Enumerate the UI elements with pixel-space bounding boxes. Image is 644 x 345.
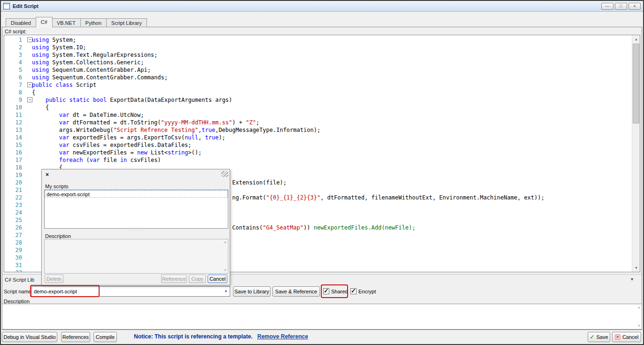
script-list-item[interactable]: demo-export-script [45, 190, 228, 198]
scroll-up-icon: ▲ [224, 240, 227, 244]
scripts-listbox[interactable]: demo-export-script [44, 190, 228, 229]
script-name-label: Script name: [4, 289, 33, 294]
editor-label: C# script: [5, 29, 26, 34]
scroll-up-icon[interactable]: ▲ [637, 306, 641, 309]
tab-script-library[interactable]: Script Library [107, 18, 147, 27]
code-line-17: 17 foreach (var file in csvFiles) [4, 156, 631, 164]
maximize-icon[interactable]: □ [615, 3, 627, 10]
code-line-14: 14 var exportedFiles = args.ExportToCsv(… [4, 134, 631, 141]
shared-checkbox[interactable] [323, 288, 329, 294]
line-number: 32 [4, 269, 22, 272]
debug-in-visual-studio-button[interactable]: Debug in Visual Studio [2, 332, 57, 342]
line-number: 26 [4, 224, 22, 231]
line-number: 4 [4, 59, 22, 66]
line-number: 27 [4, 231, 22, 239]
code-line-10: 10 { [4, 104, 631, 111]
popup-resize-grip-icon[interactable] [221, 171, 228, 177]
tab-python[interactable]: Python [81, 18, 107, 27]
line-number: 13 [4, 126, 22, 134]
script-name-combobox[interactable]: ▼ [31, 286, 230, 297]
code-text: foreach (var file in csvFiles) [32, 156, 161, 164]
code-text: using Sequentum.ContentGrabber.Commands; [32, 74, 168, 81]
tab-vb-net[interactable]: VB.NET [52, 18, 81, 27]
popup-close-icon[interactable]: × [46, 171, 49, 178]
line-number: 16 [4, 149, 22, 156]
compile-button[interactable]: Compile [93, 332, 117, 342]
code-text: var csvFiles = exportedFiles.DataFiles; [32, 141, 192, 149]
code-text: var exportedFiles = args.ExportToCsv(nul… [32, 134, 225, 141]
window-controls: — □ × [601, 3, 641, 10]
line-number: 29 [4, 246, 22, 254]
editor-scrollbar[interactable]: ▲ ▼ [632, 35, 640, 272]
save-to-library-button[interactable]: Save to Library [233, 286, 271, 297]
line-number: 18 [4, 164, 22, 171]
line-number: 1 [4, 36, 22, 44]
tab-c[interactable]: C# [36, 17, 53, 27]
description-field-wrap: ▲ ▼ [2, 304, 642, 330]
shared-checkbox-label: Shared [331, 289, 348, 294]
line-number: 23 [4, 201, 22, 209]
line-number: 30 [4, 254, 22, 261]
edit-script-icon [3, 3, 10, 9]
code-line-16: 16 var newExportedFiles = new List<strin… [4, 149, 631, 156]
combo-dropdown-icon[interactable]: ▼ [222, 287, 230, 296]
reference-button[interactable]: Reference [161, 275, 187, 283]
scroll-down-icon[interactable]: ▼ [637, 324, 641, 328]
chevron-down-icon[interactable]: ▾ [631, 276, 633, 282]
line-number: 22 [4, 194, 22, 201]
code-text: using Sequentum.ContentGrabber.Api; [32, 66, 151, 74]
line-number: 21 [4, 186, 22, 194]
references-button[interactable]: References [61, 332, 90, 342]
delete-button[interactable]: Delete [45, 275, 63, 283]
title-bar[interactable]: Edit Script — □ × [1, 1, 643, 12]
copy-button[interactable]: Copy [189, 275, 206, 283]
line-number: 11 [4, 111, 22, 119]
cancel-x-icon: × [615, 334, 621, 340]
code-line-4: 4using System.Collections.Generic; [4, 59, 631, 66]
cancel-button[interactable]: × Cancel [612, 332, 641, 342]
minimize-icon[interactable]: — [601, 3, 613, 10]
line-number: 9 [4, 96, 22, 104]
line-number: 19 [4, 171, 22, 179]
tab-disabled[interactable]: Disabled [6, 18, 36, 27]
code-line-15: 15 var csvFiles = exportedFiles.DataFile… [4, 141, 631, 149]
script-name-input[interactable] [32, 287, 222, 296]
code-text: public static bool ExportData(DataExport… [32, 96, 232, 104]
notice-text: Notice: This script is referencing a tem… [134, 333, 253, 340]
splitter-handle-icon[interactable] [42, 229, 230, 232]
line-number: 10 [4, 104, 22, 111]
code-line-5: 5using Sequentum.ContentGrabber.Api; [4, 66, 631, 74]
cancel-button-label: Cancel [622, 334, 638, 340]
save-check-icon: ✓ [590, 334, 594, 340]
line-number: 15 [4, 141, 22, 149]
code-line-11: 11 var dt = DateTime.UtcNow; [4, 111, 631, 119]
code-text: using System.Text.RegularExpressions; [32, 51, 157, 59]
code-line-13: 13 args.WriteDebug("Script Refrence Test… [4, 126, 631, 134]
save-and-reference-button[interactable]: Save & Reference [272, 286, 320, 297]
popup-description-label: Description [45, 233, 71, 239]
code-text: args.WriteDebug("Script Refrence Testing… [32, 126, 320, 134]
line-number: 5 [4, 66, 22, 74]
script-library-popup: × My scripts demo-export-script Descript… [41, 169, 230, 285]
popup-cancel-button[interactable]: Cancel [208, 275, 227, 283]
window-title: Edit Script [13, 3, 39, 9]
code-line-6: 6using Sequentum.ContentGrabber.Commands… [4, 74, 631, 81]
scroll-up-icon[interactable]: ▲ [632, 35, 640, 43]
save-button[interactable]: ✓ Save [588, 332, 610, 342]
line-number: 2 [4, 44, 22, 51]
scroll-down-icon: ▼ [224, 268, 227, 272]
scroll-down-icon[interactable]: ▼ [632, 264, 640, 272]
line-number: 7 [4, 81, 22, 89]
code-line-1: 1−using System; [4, 36, 631, 44]
description-textarea[interactable] [2, 304, 642, 329]
encrypt-checkbox[interactable] [350, 288, 357, 294]
close-icon[interactable]: × [628, 3, 641, 10]
remove-reference-link[interactable]: Remove Reference [257, 333, 308, 340]
scrollbar-thumb[interactable] [633, 44, 639, 123]
encrypt-checkbox-label: Encrypt [358, 289, 376, 294]
line-number: 28 [4, 239, 22, 246]
notice-area: Notice: This script is referencing a tem… [134, 333, 308, 340]
script-library-band-label: C# Script Lib [5, 277, 34, 283]
line-number: 8 [4, 89, 22, 96]
code-line-8: 8{ [4, 89, 631, 96]
